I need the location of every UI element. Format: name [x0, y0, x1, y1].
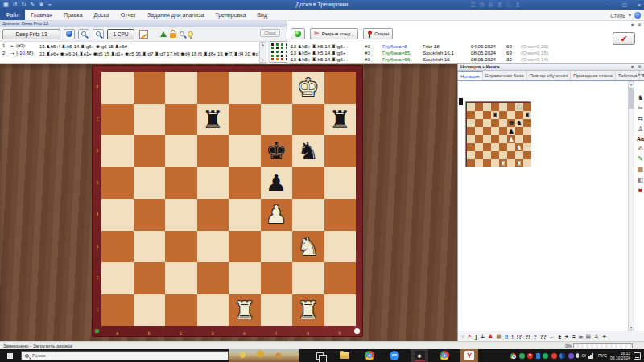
square-a3[interactable] — [101, 231, 134, 263]
text-format-icon[interactable]: Aa — [637, 136, 644, 142]
green2-dot-icon[interactable] — [543, 353, 548, 359]
news-widget-image[interactable] — [229, 349, 299, 362]
square-h3[interactable] — [523, 143, 531, 151]
square-f1[interactable] — [261, 294, 293, 327]
tab-Нотация[interactable]: Нотация — [458, 71, 483, 80]
apply-button[interactable]: ✔ — [613, 32, 635, 45]
panel-collapse-icon[interactable]: ▾ — [631, 64, 634, 69]
annotation-symbol[interactable]: ✕ — [467, 333, 471, 339]
square-b3[interactable] — [475, 143, 483, 151]
eraser-icon[interactable]: ◧ — [638, 176, 644, 183]
annotation-symbol[interactable]: ⊥ — [480, 333, 485, 339]
square-f3[interactable] — [261, 231, 293, 263]
square-g4[interactable] — [292, 199, 324, 231]
engine-result-row[interactable]: 13.♞h5+ ♜:h5 14.♜:g6+#3Глубина=85Stockfi… — [291, 50, 613, 56]
square-a7[interactable] — [101, 104, 134, 136]
square-b1[interactable] — [475, 159, 483, 167]
square-c3[interactable] — [165, 231, 197, 263]
square-a5[interactable] — [467, 127, 475, 135]
square-c5[interactable] — [165, 167, 197, 200]
square-e6[interactable] — [229, 135, 261, 167]
menu-item-Доска[interactable]: Доска — [89, 10, 115, 20]
square-f1[interactable] — [507, 159, 515, 167]
square-h4[interactable] — [324, 199, 357, 231]
style-dropdown[interactable]: Стиль — [610, 13, 625, 19]
annotation-symbol[interactable]: ?! — [525, 334, 530, 339]
tab-Проводник плана[interactable]: Проводник плана — [571, 71, 616, 80]
minimize-button[interactable]: – — [609, 2, 612, 8]
tabs-right-arrow[interactable]: ▸ — [641, 72, 643, 76]
square-c1[interactable] — [483, 159, 491, 167]
square-b3[interactable] — [134, 231, 166, 263]
square-c2[interactable] — [165, 262, 197, 294]
square-d5[interactable] — [491, 127, 499, 135]
engine-results-list[interactable]: 13.♞h5+ ♜:h5 14.♜:g6+#3Глубина=8Fritz 18… — [291, 43, 613, 63]
square-e4[interactable] — [229, 199, 261, 231]
tab-Таблица[interactable]: Таблица — [616, 71, 641, 80]
square-d4[interactable] — [491, 135, 499, 143]
tab-scroll-arrows[interactable]: ◂▸ — [638, 72, 643, 76]
annotation-symbol[interactable]: ! — [511, 334, 513, 339]
tab-Справочная база[interactable]: Справочная база — [483, 71, 527, 80]
square-b5[interactable] — [475, 127, 483, 135]
square-e2[interactable] — [229, 262, 261, 294]
square-g7[interactable] — [515, 111, 523, 119]
square-h3[interactable] — [324, 231, 357, 263]
square-h5[interactable] — [324, 167, 357, 200]
chrome-tray-icon[interactable] — [510, 353, 516, 359]
keyboard-icon[interactable]: ΟΙ — [582, 353, 586, 359]
moon-icon[interactable] — [559, 353, 565, 359]
square-d1[interactable] — [491, 159, 499, 167]
piece-setup-icon[interactable]: ♞ — [638, 94, 643, 101]
square-f2[interactable] — [507, 151, 515, 159]
taskbar-search-input[interactable]: Поиск — [21, 351, 229, 360]
square-h8[interactable] — [324, 72, 357, 104]
annotation-symbol[interactable]: ♟ — [489, 333, 493, 339]
close-button[interactable]: × — [638, 2, 641, 8]
annotation-symbol[interactable]: ? — [533, 334, 536, 339]
square-a1[interactable] — [101, 294, 134, 327]
square-e8[interactable] — [499, 103, 507, 111]
zoom-out-button[interactable] — [93, 29, 104, 39]
green-dot-icon[interactable] — [519, 353, 525, 359]
swap-arrows-icon[interactable]: ⇆ — [638, 115, 643, 122]
black-king[interactable]: ♚ — [507, 119, 515, 127]
square-c5[interactable] — [483, 127, 491, 135]
square-a1[interactable] — [467, 159, 475, 167]
help-icon[interactable]: ? — [634, 12, 641, 19]
square-e4[interactable] — [499, 135, 507, 143]
square-e7[interactable] — [499, 111, 507, 119]
taskbar-clock[interactable]: 16:13 06.10.2024 — [610, 351, 630, 360]
annotation-symbol[interactable]: ∓ — [564, 333, 568, 339]
square-f7[interactable] — [507, 111, 515, 119]
analysis-line[interactable]: 1.+- (#3):13.♞h5+! ♜:h5 14.♜:g6+ ♚:g6 15… — [0, 42, 268, 49]
square-h1[interactable] — [523, 159, 531, 167]
square-b4[interactable] — [475, 135, 483, 143]
square-b2[interactable] — [134, 262, 166, 294]
panel-close-icon[interactable]: ✕ — [638, 22, 642, 27]
square-a6[interactable] — [101, 135, 134, 167]
square-c8[interactable] — [165, 72, 197, 104]
chessbase-icon[interactable]: ♠ — [411, 349, 428, 362]
square-h1[interactable] — [324, 294, 357, 327]
square-f8[interactable] — [261, 72, 293, 104]
square-b8[interactable] — [475, 103, 483, 111]
annotation-symbol[interactable]: ▦ — [497, 333, 502, 339]
square-h5[interactable] — [523, 127, 531, 135]
square-f7[interactable] — [261, 104, 293, 136]
notation-content[interactable]: ♚♜♜♚♞♟♟♞♜♜ ▲▼ ♞✂⇆♙Aa✍✎▦◧■ — [458, 81, 644, 348]
square-e2[interactable] — [499, 151, 507, 159]
notification-center-icon[interactable] — [634, 352, 641, 360]
engine-orb-button[interactable] — [64, 29, 75, 39]
yandex-tray-icon[interactable]: Y — [527, 353, 533, 359]
black-pawn[interactable]: ♟ — [261, 167, 293, 200]
square-a2[interactable] — [467, 151, 475, 159]
menu-item-Главная[interactable]: Главная — [25, 10, 58, 20]
language-indicator[interactable]: РУС — [598, 353, 607, 358]
square-f8[interactable] — [507, 103, 515, 111]
analysis-variations[interactable]: 1.+- (#3):13.♞h5+! ♜:h5 14.♜:g6+ ♚:g6 15… — [0, 42, 268, 64]
stop-icon[interactable]: ■ — [638, 187, 642, 194]
black-rook[interactable]: ♜ — [324, 104, 357, 136]
file-explorer-icon[interactable] — [336, 349, 353, 362]
start-button[interactable] — [0, 349, 19, 362]
